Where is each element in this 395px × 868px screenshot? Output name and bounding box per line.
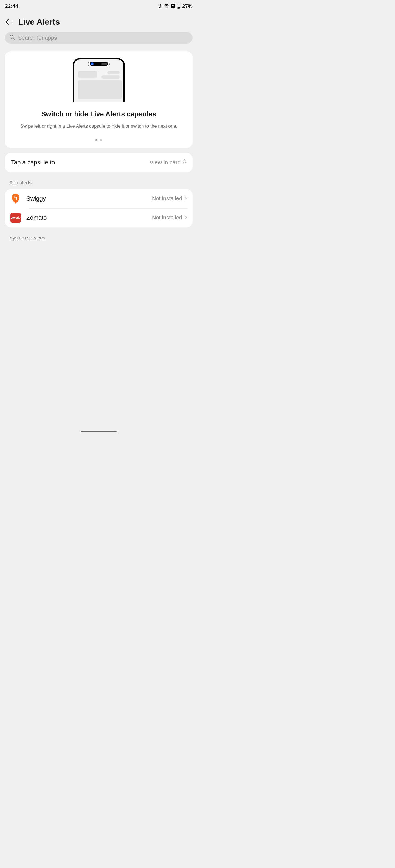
zomato-icon: zomato — [10, 213, 21, 223]
carousel-dot[interactable] — [95, 139, 97, 141]
app-row-swiggy[interactable]: Swiggy Not installed — [5, 189, 193, 208]
info-card-title: Switch or hide Live Alerts capsules — [12, 110, 186, 118]
search-input[interactable] — [18, 35, 188, 41]
svg-point-0 — [166, 7, 167, 8]
home-indicator[interactable] — [81, 431, 117, 432]
svg-line-6 — [13, 38, 14, 39]
arrow-left-icon — [5, 19, 12, 25]
svg-rect-4 — [178, 7, 180, 8]
sort-chevrons-icon — [182, 159, 187, 166]
app-alerts-list: Swiggy Not installed zomato Zomato Not i… — [5, 189, 193, 227]
no-sim-icon — [171, 4, 175, 9]
app-status: Not installed — [152, 215, 187, 221]
back-button[interactable] — [5, 18, 12, 26]
status-right: 27% — [159, 3, 193, 9]
chevron-right-icon — [184, 215, 187, 221]
svg-point-8 — [91, 64, 92, 64]
page-title: Live Alerts — [18, 17, 60, 27]
search-bar[interactable] — [5, 32, 193, 43]
section-header-app-alerts: App alerts — [0, 177, 198, 189]
section-header-system-services: System services — [0, 232, 198, 244]
carousel-dot[interactable] — [100, 139, 102, 141]
phone-illustration: ( ) — [73, 58, 125, 102]
tap-capsule-option[interactable]: Tap a capsule to View in card — [5, 153, 193, 172]
status-time: 22:44 — [5, 3, 18, 9]
app-name: Swiggy — [26, 195, 146, 202]
battery-percent: 27% — [182, 3, 193, 9]
search-icon — [9, 34, 15, 41]
app-name: Zomato — [26, 214, 146, 221]
status-bar: 22:44 27% — [0, 0, 198, 12]
info-card-description: Swipe left or right in a Live Alerts cap… — [12, 123, 186, 130]
app-row-zomato[interactable]: zomato Zomato Not installed — [5, 208, 193, 227]
swiggy-icon — [10, 193, 21, 204]
chevron-right-icon — [184, 195, 187, 202]
info-card[interactable]: ( ) Switch or hide Live Alerts capsules … — [5, 51, 193, 148]
svg-point-5 — [10, 35, 13, 38]
carousel-dots[interactable] — [12, 139, 186, 141]
bluetooth-icon — [159, 4, 162, 9]
battery-icon — [177, 4, 180, 9]
svg-point-9 — [92, 64, 92, 64]
app-status: Not installed — [152, 195, 187, 202]
wifi-icon — [164, 4, 169, 8]
page-header: Live Alerts — [0, 12, 198, 32]
svg-rect-3 — [178, 4, 179, 4]
option-value: View in card — [149, 159, 187, 166]
option-label: Tap a capsule to — [11, 159, 55, 166]
